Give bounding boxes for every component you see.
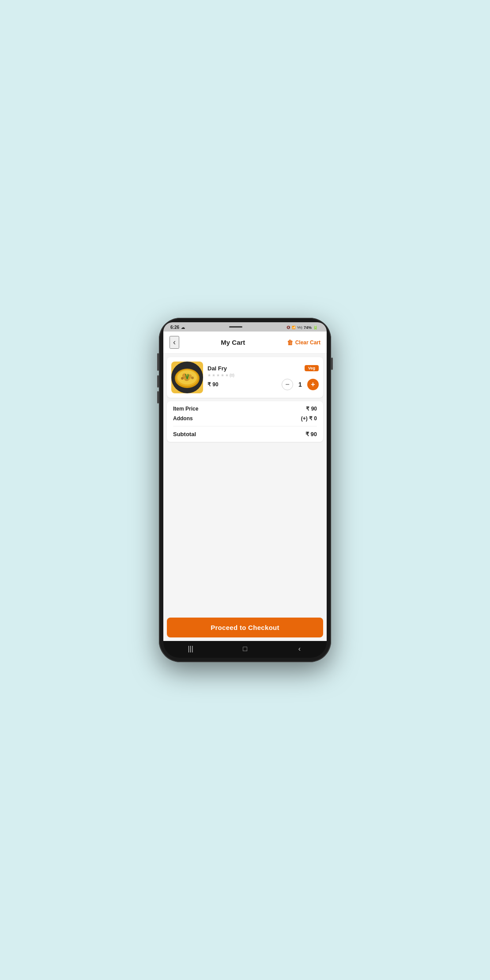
item-price-value: ₹ 90 — [306, 406, 317, 412]
star-4: ★ — [221, 373, 224, 377]
status-icons: 🔇 📶 Vo) 74% 🔋 — [286, 325, 318, 330]
quantity-decrease-button[interactable]: − — [282, 379, 293, 390]
cart-content: Dal Fry Veg ★ ★ ★ ★ ★ (0) ₹ 90 — [163, 354, 327, 641]
volume-up-button[interactable] — [157, 353, 159, 371]
item-rating: ★ ★ ★ ★ ★ (0) — [207, 373, 319, 377]
item-price: ₹ 90 — [207, 381, 219, 388]
item-price-row: ₹ 90 − 1 + — [207, 379, 319, 390]
price-summary: Item Price ₹ 90 Addons (+) ₹ 0 Subtotal … — [167, 401, 323, 442]
subtotal-row: Subtotal ₹ 90 — [173, 431, 317, 437]
mute-icon: 🔇 — [286, 326, 290, 329]
status-time: 6:26 ☁ — [170, 325, 185, 330]
clear-cart-button[interactable]: 🗑 Clear Cart — [287, 339, 320, 346]
recents-nav-button[interactable]: ||| — [184, 645, 198, 653]
battery-display: 74% — [304, 325, 312, 330]
bottom-nav-bar: ||| □ ‹ — [163, 641, 327, 658]
time-display: 6:26 — [170, 325, 179, 330]
item-details: Dal Fry Veg ★ ★ ★ ★ ★ (0) ₹ 90 — [207, 365, 319, 390]
item-image — [171, 362, 203, 393]
cart-item-card: Dal Fry Veg ★ ★ ★ ★ ★ (0) ₹ 90 — [167, 357, 323, 398]
back-nav-button[interactable]: ‹ — [292, 645, 306, 653]
quantity-display: 1 — [297, 381, 304, 388]
status-bar: 6:26 ☁ 🔇 📶 Vo) 74% 🔋 — [163, 322, 327, 332]
phone-shell: 6:26 ☁ 🔇 📶 Vo) 74% 🔋 ‹ My Cart 🗑 Clear C… — [159, 318, 331, 662]
price-divider — [173, 426, 317, 426]
veg-badge: Veg — [305, 365, 319, 371]
camera-notch — [229, 326, 242, 328]
wifi-icon: 📶 — [292, 326, 296, 329]
item-name: Dal Fry — [207, 365, 227, 372]
cloud-icon: ☁ — [181, 325, 185, 330]
content-spacer — [163, 444, 327, 618]
quantity-control: − 1 + — [282, 379, 319, 390]
power-button[interactable] — [331, 358, 333, 370]
addons-label: Addons — [173, 415, 193, 422]
home-nav-button[interactable]: □ — [238, 645, 252, 653]
star-3: ★ — [216, 373, 220, 377]
svg-point-8 — [181, 377, 184, 380]
item-name-row: Dal Fry Veg — [207, 365, 319, 372]
signal-icon: Vo) — [297, 325, 302, 329]
silent-button[interactable] — [157, 391, 159, 403]
proceed-to-checkout-button[interactable]: Proceed to Checkout — [167, 618, 323, 637]
rating-count: (0) — [230, 373, 234, 377]
addons-row: Addons (+) ₹ 0 — [173, 415, 317, 422]
back-button[interactable]: ‹ — [170, 336, 179, 349]
volume-down-button[interactable] — [157, 375, 159, 388]
app-screen: ‹ My Cart 🗑 Clear Cart — [163, 332, 327, 641]
subtotal-value: ₹ 90 — [305, 431, 317, 437]
quantity-increase-button[interactable]: + — [307, 379, 319, 390]
addons-value: (+) ₹ 0 — [301, 415, 317, 422]
trash-icon: 🗑 — [287, 339, 293, 346]
item-price-label: Item Price — [173, 406, 198, 412]
clear-cart-label: Clear Cart — [295, 339, 320, 346]
star-2: ★ — [212, 373, 215, 377]
subtotal-label: Subtotal — [173, 431, 196, 437]
item-price-row-summary: Item Price ₹ 90 — [173, 406, 317, 412]
svg-point-9 — [191, 377, 194, 379]
app-header: ‹ My Cart 🗑 Clear Cart — [163, 332, 327, 354]
page-title: My Cart — [221, 339, 245, 346]
star-5: ★ — [225, 373, 229, 377]
star-1: ★ — [207, 373, 211, 377]
battery-icon: 🔋 — [313, 325, 318, 330]
